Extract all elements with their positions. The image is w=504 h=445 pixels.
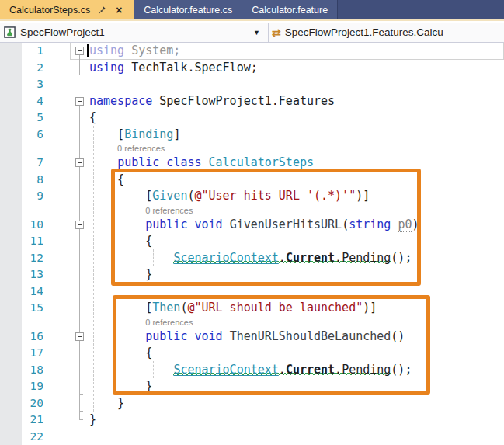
outline-margin (50, 395, 89, 412)
code-text[interactable]: namespace SpecFlowProject1.Features (89, 93, 504, 110)
breakpoint-gutter[interactable] (0, 60, 22, 77)
collapse-icon[interactable] (75, 158, 84, 167)
line-number: 10 (22, 217, 50, 234)
breakpoint-gutter[interactable] (0, 412, 22, 429)
breakpoint-gutter[interactable] (0, 155, 22, 172)
member-dropdown[interactable]: ⇄ SpecFlowProject1.Features.Calcu (269, 23, 504, 42)
breakpoint-gutter[interactable] (0, 378, 22, 395)
line-number: 20 (22, 395, 50, 412)
outline-margin (50, 60, 89, 77)
tab-calculator-feature[interactable]: Calculator.feature (242, 0, 338, 19)
code-text[interactable]: public void ThenURLShouldBeLaunched() (89, 329, 504, 346)
code-text[interactable]: ScenarioContext.Current.Pending(); (89, 250, 504, 267)
document-tab-bar: CalculatorSteps.cs × Calculator.feature.… (0, 0, 504, 21)
code-line-13: 13 } (0, 266, 504, 283)
chevron-down-icon[interactable]: ▼ (253, 29, 260, 37)
code-line-17: 17 { (0, 345, 504, 362)
line-number: 2 (22, 60, 50, 77)
code-text[interactable] (89, 76, 504, 93)
breakpoint-gutter[interactable] (0, 250, 22, 267)
codelens-references[interactable]: 0 references (89, 317, 504, 329)
code-text[interactable]: { (89, 233, 504, 250)
codelens-row: 0 references (0, 205, 504, 217)
breakpoint-gutter[interactable] (0, 110, 22, 127)
codelens-references[interactable]: 0 references (89, 143, 504, 155)
outline-margin (50, 188, 89, 205)
collapse-icon[interactable] (75, 221, 84, 229)
collapse-icon[interactable] (75, 47, 84, 55)
pin-icon[interactable] (96, 5, 107, 16)
code-text[interactable]: { (89, 345, 504, 362)
outline-margin (50, 329, 89, 346)
outline-margin (50, 362, 89, 379)
line-number: 19 (22, 378, 50, 395)
tab-label: Calculator.feature.cs (144, 5, 232, 16)
code-line-14: 14 (0, 283, 504, 301)
code-text[interactable]: public void GivenUserHitsURL(string p0) (89, 217, 504, 234)
tab-calculator-feature-cs[interactable]: Calculator.feature.cs (134, 0, 242, 19)
navigation-bar: SpecFlowProject1 ▼ ⇄ SpecFlowProject1.Fe… (0, 23, 504, 43)
code-editor[interactable]: 1using System;2using TechTalk.SpecFlow;3… (0, 43, 504, 445)
breakpoint-gutter[interactable] (0, 395, 22, 412)
codelens-references[interactable]: 0 references (89, 205, 504, 217)
line-number: 21 (22, 412, 50, 429)
code-text[interactable]: public class CalculatorSteps (89, 155, 504, 172)
line-number: 5 (22, 110, 50, 127)
collapse-icon[interactable] (75, 332, 84, 341)
codelens-row: 0 references (0, 143, 504, 155)
project-dropdown-value: SpecFlowProject1 (20, 26, 253, 38)
breakpoint-gutter[interactable] (0, 266, 22, 283)
breakpoint-gutter[interactable] (0, 362, 22, 379)
outline-margin (50, 127, 89, 144)
code-text[interactable]: { (89, 110, 504, 127)
line-number: 1 (22, 43, 50, 60)
line-number: 15 (22, 300, 50, 317)
code-text[interactable] (89, 283, 504, 301)
code-text[interactable]: } (89, 266, 504, 283)
breakpoint-gutter[interactable] (0, 127, 22, 144)
outline-margin (50, 266, 89, 283)
breakpoint-gutter[interactable] (0, 217, 22, 234)
breakpoint-gutter[interactable] (0, 172, 22, 189)
breakpoint-gutter[interactable] (0, 93, 22, 110)
code-text[interactable]: } (89, 395, 504, 412)
breakpoint-gutter[interactable] (0, 76, 22, 93)
code-text[interactable]: [Binding] (89, 127, 504, 144)
code-text[interactable]: [Given(@"User hits URL '(.*)'")] (89, 188, 504, 205)
line-number: 4 (22, 93, 50, 110)
code-text[interactable]: } (89, 412, 504, 429)
breakpoint-gutter[interactable] (0, 345, 22, 362)
project-dropdown[interactable]: SpecFlowProject1 ▼ (0, 23, 268, 42)
outline-margin (50, 233, 89, 250)
outline-margin (50, 300, 89, 317)
breakpoint-gutter[interactable] (0, 329, 22, 346)
breakpoint-gutter[interactable] (0, 300, 22, 317)
breakpoint-gutter[interactable] (0, 233, 22, 250)
collapse-icon[interactable] (75, 97, 84, 106)
breakpoint-gutter[interactable] (0, 429, 22, 445)
code-text[interactable]: [Then(@"URL should be launched")] (89, 300, 504, 317)
code-text[interactable]: { (89, 172, 504, 189)
code-line-19: 19 } (0, 378, 504, 395)
code-text[interactable]: ScenarioContext.Current.Pending(); (89, 362, 504, 379)
code-text[interactable]: } (89, 378, 504, 395)
close-icon[interactable]: × (113, 5, 124, 16)
code-line-22: 22 (0, 429, 504, 445)
code-line-7: 7 public class CalculatorSteps (0, 155, 504, 172)
tab-calculatorsteps-cs[interactable]: CalculatorSteps.cs × (0, 0, 134, 19)
code-line-6: 6 [Binding] (0, 127, 504, 144)
outline-margin (50, 172, 89, 189)
code-text[interactable]: using System; (89, 43, 504, 60)
breakpoint-gutter[interactable] (0, 43, 22, 60)
line-number: 12 (22, 250, 50, 267)
breakpoint-gutter[interactable] (0, 188, 22, 205)
code-text[interactable] (89, 429, 504, 445)
breakpoint-gutter[interactable] (0, 283, 22, 301)
outline-margin (50, 43, 89, 60)
tab-label: CalculatorSteps.cs (9, 5, 90, 16)
code-line-4: 4namespace SpecFlowProject1.Features (0, 93, 504, 110)
code-line-15: 15 [Then(@"URL should be launched")] (0, 300, 504, 317)
code-text[interactable]: using TechTalk.SpecFlow; (89, 60, 504, 77)
code-line-2: 2using TechTalk.SpecFlow; (0, 60, 504, 77)
csharp-project-flask-icon (4, 26, 16, 38)
